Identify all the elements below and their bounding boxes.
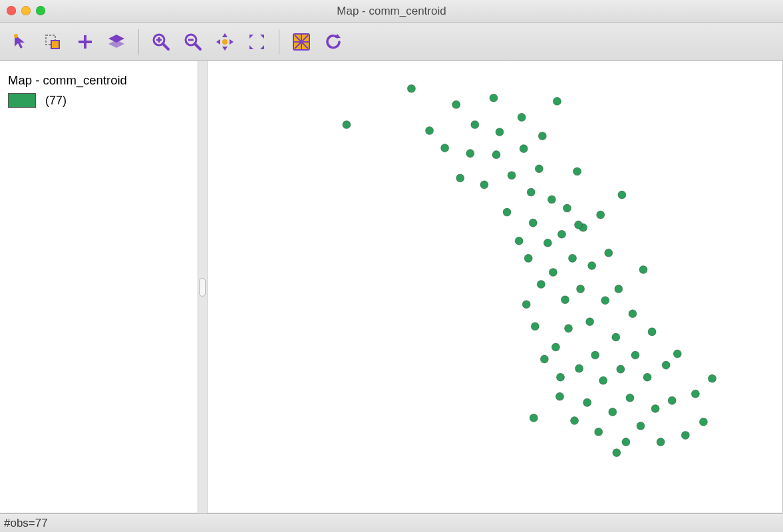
map-point[interactable]	[527, 188, 535, 196]
map-point[interactable]	[538, 132, 546, 140]
panel-splitter[interactable]	[198, 61, 208, 513]
map-point[interactable]	[492, 151, 500, 159]
map-point[interactable]	[531, 323, 539, 331]
legend-row: (77)	[8, 93, 190, 108]
map-point[interactable]	[555, 392, 563, 400]
map-point[interactable]	[643, 373, 651, 381]
map-point[interactable]	[548, 196, 555, 203]
add-layer-icon	[75, 32, 94, 52]
map-point[interactable]	[639, 265, 647, 273]
map-point[interactable]	[601, 297, 609, 305]
map-point[interactable]	[471, 120, 479, 128]
map-point[interactable]	[553, 97, 561, 105]
svg-line-4	[163, 44, 168, 49]
add-layer-button[interactable]	[71, 28, 98, 56]
map-point[interactable]	[496, 128, 504, 136]
map-point[interactable]	[524, 254, 532, 262]
splitter-grip-icon	[199, 278, 206, 297]
map-point[interactable]	[618, 191, 626, 199]
map-point[interactable]	[535, 165, 543, 173]
map-point[interactable]	[544, 239, 551, 247]
map-point[interactable]	[613, 449, 621, 457]
map-point[interactable]	[631, 351, 639, 359]
map-point[interactable]	[657, 438, 665, 446]
map-point[interactable]	[537, 281, 545, 289]
map-point[interactable]	[588, 261, 596, 269]
invert-select-button[interactable]	[39, 28, 67, 56]
close-window-button[interactable]	[7, 6, 16, 15]
map-point[interactable]	[668, 396, 676, 404]
map-point[interactable]	[575, 221, 583, 229]
map-point[interactable]	[343, 120, 351, 128]
map-point[interactable]	[515, 237, 523, 245]
map-point[interactable]	[673, 350, 681, 358]
pan-button[interactable]	[211, 28, 239, 56]
map-point[interactable]	[452, 100, 460, 108]
map-point[interactable]	[569, 254, 577, 262]
map-point[interactable]	[708, 374, 716, 382]
map-point[interactable]	[571, 416, 579, 424]
map-point[interactable]	[591, 351, 599, 359]
minimize-window-button[interactable]	[21, 6, 31, 15]
map-point[interactable]	[575, 364, 583, 372]
basemap-button[interactable]	[287, 28, 315, 56]
map-point[interactable]	[622, 438, 630, 446]
full-extent-button[interactable]	[243, 28, 271, 56]
map-point[interactable]	[595, 428, 603, 436]
map-point[interactable]	[699, 418, 707, 426]
map-point[interactable]	[508, 172, 516, 180]
map-point[interactable]	[503, 208, 511, 216]
map-point[interactable]	[556, 373, 564, 381]
map-point[interactable]	[597, 211, 605, 219]
map-point[interactable]	[518, 113, 526, 121]
map-point[interactable]	[577, 285, 585, 293]
map-point[interactable]	[583, 398, 591, 406]
svg-rect-2	[51, 41, 59, 49]
map-point[interactable]	[466, 150, 474, 158]
map-point[interactable]	[530, 414, 538, 422]
map-point[interactable]	[681, 432, 689, 440]
map-point[interactable]	[586, 318, 594, 326]
map-point[interactable]	[557, 230, 565, 238]
map-point[interactable]	[609, 408, 617, 416]
select-tool-icon	[11, 32, 31, 52]
map-point[interactable]	[573, 168, 581, 176]
map-point[interactable]	[651, 404, 659, 412]
map-point[interactable]	[549, 268, 557, 276]
map-point[interactable]	[551, 343, 559, 351]
map-point[interactable]	[563, 204, 571, 212]
map-point[interactable]	[456, 174, 464, 182]
map-point[interactable]	[407, 84, 415, 92]
map-point[interactable]	[615, 285, 623, 293]
map-point[interactable]	[629, 310, 637, 318]
layers-button[interactable]	[102, 28, 130, 56]
map-canvas-container[interactable]	[208, 61, 783, 513]
map-point[interactable]	[522, 301, 530, 309]
map-point[interactable]	[617, 365, 625, 373]
map-point[interactable]	[540, 355, 548, 363]
select-tool-button[interactable]	[7, 28, 35, 56]
map-point[interactable]	[564, 325, 572, 332]
map-point[interactable]	[626, 394, 634, 402]
map-point[interactable]	[612, 333, 620, 341]
map-point[interactable]	[426, 126, 434, 134]
map-point[interactable]	[662, 361, 670, 369]
window-titlebar: Map - comm_centroid	[0, 0, 783, 23]
zoom-in-button[interactable]	[147, 28, 175, 56]
map-point[interactable]	[691, 390, 699, 398]
map-point[interactable]	[605, 249, 613, 257]
window-title: Map - comm_centroid	[337, 5, 446, 18]
map-point[interactable]	[480, 181, 488, 189]
refresh-button[interactable]	[319, 28, 347, 56]
map-point[interactable]	[637, 422, 645, 430]
map-point[interactable]	[561, 296, 569, 304]
map-canvas[interactable]	[208, 61, 782, 502]
map-point[interactable]	[599, 376, 607, 384]
map-point[interactable]	[520, 145, 528, 153]
zoom-out-button[interactable]	[179, 28, 207, 56]
map-point[interactable]	[529, 219, 537, 227]
map-point[interactable]	[648, 328, 656, 336]
map-point[interactable]	[441, 144, 449, 152]
map-point[interactable]	[490, 94, 498, 102]
zoom-window-button[interactable]	[36, 6, 45, 15]
